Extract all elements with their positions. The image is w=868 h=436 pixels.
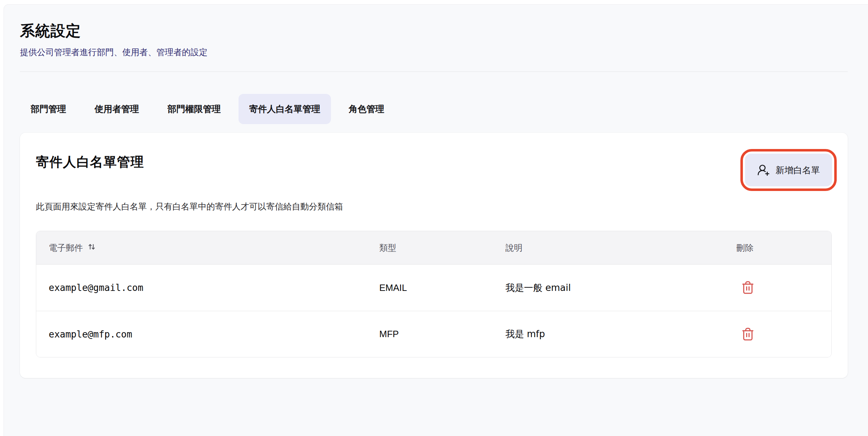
annotation-highlight-ring: 新增白名單 (740, 149, 837, 191)
column-header-description: 說明 (493, 242, 724, 254)
page-title: 系統設定 (20, 21, 848, 41)
cell-type: EMAIL (367, 282, 493, 293)
cell-description: 我是一般 email (493, 282, 724, 294)
cell-email: example@gmail.com (36, 282, 367, 293)
column-header-type: 類型 (367, 242, 493, 254)
column-header-email[interactable]: 電子郵件 (36, 242, 367, 254)
page-subtitle: 提供公司管理者進行部門、使用者、管理者的設定 (20, 47, 848, 58)
header-divider (20, 71, 848, 72)
tab-department-permission-management[interactable]: 部門權限管理 (157, 94, 231, 124)
cell-email: example@mfp.com (36, 329, 367, 340)
tab-user-management[interactable]: 使用者管理 (84, 94, 150, 124)
tab-department-management[interactable]: 部門管理 (20, 94, 77, 124)
cell-type: MFP (367, 329, 493, 340)
settings-tabs: 部門管理 使用者管理 部門權限管理 寄件人白名單管理 角色管理 (20, 94, 848, 124)
delete-row-button[interactable] (741, 280, 755, 296)
main-panel: 系統設定 提供公司管理者進行部門、使用者、管理者的設定 部門管理 使用者管理 部… (4, 4, 868, 436)
tab-sender-whitelist-management[interactable]: 寄件人白名單管理 (239, 94, 331, 124)
sort-icon[interactable] (87, 242, 96, 254)
whitelist-card: 寄件人白名單管理 新增白名單 (20, 133, 848, 378)
whitelist-table: 電子郵件 類型 說明 刪除 example@gmail.com (36, 231, 832, 357)
column-header-delete: 刪除 (724, 242, 831, 254)
trash-icon (741, 326, 755, 342)
table-header-row: 電子郵件 類型 說明 刪除 (36, 231, 831, 265)
table-row: example@gmail.com EMAIL 我是一般 email (36, 265, 831, 311)
trash-icon (741, 280, 755, 296)
card-title: 寄件人白名單管理 (36, 153, 144, 171)
table-row: example@mfp.com MFP 我是 mfp (36, 311, 831, 357)
card-header: 寄件人白名單管理 新增白名單 (36, 153, 832, 191)
delete-row-button[interactable] (741, 326, 755, 342)
add-whitelist-button-label: 新增白名單 (776, 164, 820, 176)
tab-role-management[interactable]: 角色管理 (338, 94, 395, 124)
card-description: 此頁面用來設定寄件人白名單，只有白名單中的寄件人才可以寄信給自動分類信箱 (36, 201, 832, 212)
add-whitelist-button[interactable]: 新增白名單 (745, 154, 832, 186)
cell-description: 我是 mfp (493, 328, 724, 340)
user-plus-icon (757, 164, 770, 176)
